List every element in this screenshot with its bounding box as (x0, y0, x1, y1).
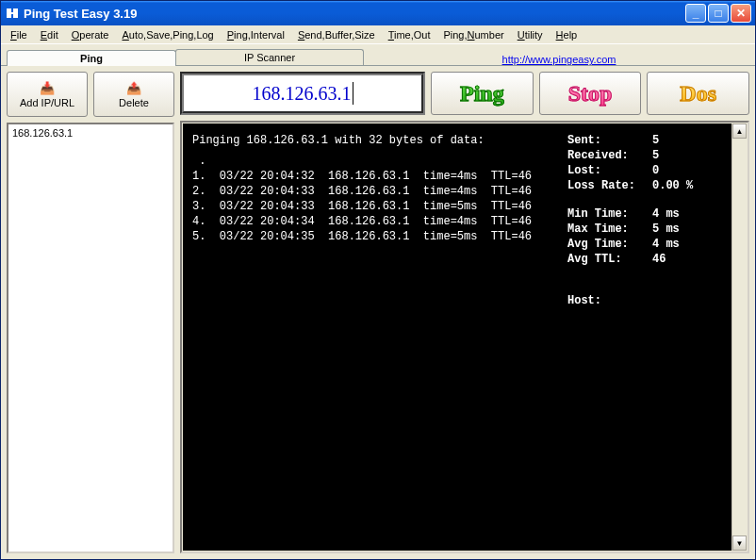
app-icon (5, 6, 20, 21)
ping-header: Pinging 168.126.63.1 with 32 bytes of da… (192, 133, 562, 148)
client-area: 📥 Add IP/URL 📤 Delete 168.126.63.1 168.1… (1, 65, 755, 559)
add-ip-button[interactable]: 📥 Add IP/URL (7, 72, 88, 117)
ping-row: 2. 03/22 20:04:33 168.126.63.1 time=4ms … (192, 184, 562, 199)
menu-operate[interactable]: Operate (66, 27, 115, 42)
delete-label: Delete (119, 97, 149, 108)
menu-number[interactable]: Ping,Number (437, 27, 509, 42)
dos-button[interactable]: Dos (647, 72, 749, 115)
ping-row: 5. 03/22 20:04:35 168.126.63.1 time=5ms … (192, 229, 562, 244)
delete-icon: 📤 (126, 81, 141, 95)
list-item[interactable]: 168.126.63.1 (12, 126, 169, 140)
ping-row: 4. 03/22 20:04:34 168.126.63.1 time=4ms … (192, 214, 562, 229)
terminal-frame: Pinging 168.126.63.1 with 32 bytes of da… (180, 121, 749, 553)
delete-button[interactable]: 📤 Delete (93, 72, 174, 117)
ping-row: 1. 03/22 20:04:32 168.126.63.1 time=4ms … (192, 169, 562, 184)
tab-ping[interactable]: Ping (7, 50, 176, 66)
ip-input[interactable]: 168.126.63.1 (180, 72, 425, 115)
scroll-down-button[interactable]: ▼ (732, 535, 747, 551)
close-button[interactable]: ✕ (731, 4, 751, 23)
ping-button[interactable]: Ping (431, 72, 534, 115)
tab-ip-scanner[interactable]: IP Scanner (175, 49, 364, 65)
ping-row: 3. 03/22 20:04:33 168.126.63.1 time=5ms … (192, 199, 562, 214)
homepage-link[interactable]: http://www.pingeasy.com (363, 52, 755, 65)
add-icon: 📥 (40, 81, 55, 95)
menu-autosave[interactable]: Auto,Save,Ping,Log (116, 27, 219, 42)
ping-dot: . (192, 154, 562, 169)
left-pane: 📥 Add IP/URL 📤 Delete 168.126.63.1 (7, 72, 174, 553)
menu-utility[interactable]: Utility (512, 27, 549, 42)
window-title: Ping Test Easy 3.19 (24, 7, 137, 21)
minimize-button[interactable]: _ (685, 4, 706, 23)
menubar: File Edit Operate Auto,Save,Ping,Log Pin… (1, 25, 755, 44)
ip-list[interactable]: 168.126.63.1 (7, 123, 174, 553)
app-window: Ping Test Easy 3.19 _ □ ✕ File Edit Oper… (0, 0, 756, 560)
scroll-track[interactable] (732, 139, 747, 535)
add-ip-label: Add IP/URL (20, 97, 74, 108)
maximize-button[interactable]: □ (708, 4, 729, 23)
tabstrip: Ping IP Scanner http://www.pingeasy.com (1, 44, 755, 65)
terminal[interactable]: Pinging 168.126.63.1 with 32 bytes of da… (183, 124, 731, 551)
titlebar[interactable]: Ping Test Easy 3.19 _ □ ✕ (1, 1, 755, 25)
menu-help[interactable]: Help (551, 27, 583, 42)
menu-timeout[interactable]: Time,Out (383, 27, 436, 42)
menu-interval[interactable]: Ping,Interval (222, 27, 290, 42)
stop-button[interactable]: Stop (539, 72, 642, 115)
scroll-up-button[interactable]: ▲ (732, 124, 747, 139)
menu-buffer[interactable]: Send,Buffer,Size (292, 27, 381, 42)
menu-edit[interactable]: Edit (35, 27, 64, 42)
right-pane: 168.126.63.1 Ping Stop Dos Pinging 168.1… (180, 72, 749, 553)
ip-input-value: 168.126.63.1 (253, 83, 352, 105)
menu-file[interactable]: File (5, 27, 33, 42)
svg-rect-2 (9, 12, 15, 14)
stats-panel: Sent:5 Received:5 Lost:0 Loss Rate:0.00 … (562, 133, 722, 541)
scrollbar[interactable]: ▲ ▼ (731, 124, 747, 551)
